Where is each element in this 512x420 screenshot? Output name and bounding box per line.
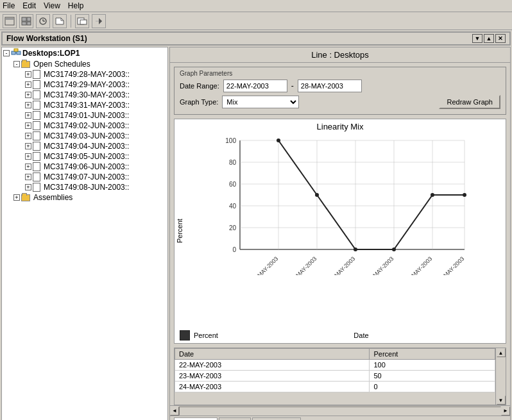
svg-rect-5: [27, 22, 31, 25]
titlebar-btn-minimize[interactable]: ▼: [472, 34, 482, 43]
cell-date-1: 23-MAY-2003: [175, 371, 370, 382]
tree-item-4[interactable]: + MC31749:01-JUN-2003::: [2, 110, 167, 121]
expand-item-9[interactable]: +: [25, 164, 31, 170]
data-table: Date Percent 22-MAY-2003 10023-MAY-2003 …: [175, 348, 495, 392]
tree-item-3[interactable]: + MC31749:31-MAY-2003::: [2, 100, 167, 110]
table-row-2[interactable]: 24-MAY-2003 0: [175, 382, 495, 392]
expand-item-10[interactable]: +: [25, 174, 31, 180]
chart-body: Percent: [175, 134, 506, 328]
date-from-input[interactable]: [223, 80, 287, 92]
svg-marker-9: [56, 18, 64, 24]
chart-svg-container: 0 20 40 60 80 100 22-MAY-2003 23-MAY-200…: [185, 134, 506, 328]
tree-item-1[interactable]: + MC31749:29-MAY-2003::: [2, 80, 167, 90]
tree-assemblies[interactable]: + Assemblies: [2, 192, 167, 203]
menu-edit[interactable]: Edit: [22, 1, 36, 10]
expand-item-3[interactable]: +: [25, 102, 31, 108]
svg-text:40: 40: [229, 203, 237, 210]
scroll-right-btn[interactable]: ►: [501, 407, 510, 416]
tree-item-8[interactable]: + MC31749:05-JUN-2003::: [2, 151, 167, 162]
tree-item-9[interactable]: + MC31749:06-JUN-2003::: [2, 162, 167, 172]
expand-item-1[interactable]: +: [25, 81, 31, 88]
expand-item-4[interactable]: +: [25, 112, 31, 119]
table-scroll-bottom: ◄ ►: [170, 405, 510, 416]
data-point-5: [431, 193, 434, 197]
tree-item-5[interactable]: + MC31749:02-JUN-2003::: [2, 121, 167, 131]
toolbar-btn-6[interactable]: [92, 14, 106, 28]
expand-root[interactable]: -: [3, 50, 10, 56]
svg-rect-1: [6, 18, 13, 20]
data-point-6: [463, 193, 466, 197]
doc-icon-1: [33, 80, 40, 89]
tree-item-label-2: MC31749:30-MAY-2003::: [44, 90, 130, 99]
tree-item-label-10: MC31749:07-JUN-2003::: [44, 172, 129, 181]
menu-help[interactable]: Help: [68, 1, 84, 10]
network-icon: [11, 48, 21, 58]
doc-icon-2: [33, 90, 40, 99]
tree-item-label-6: MC31749:03-JUN-2003::: [44, 131, 129, 140]
tree-open-schedules[interactable]: - Open Schedules: [2, 59, 167, 69]
doc-icon-9: [33, 162, 40, 171]
tree-item-7[interactable]: + MC31749:04-JUN-2003::: [2, 141, 167, 151]
tab-linearity[interactable]: Linearity: [174, 417, 218, 420]
folder-icon-assemblies: [21, 194, 30, 201]
titlebar-btn-maximize[interactable]: ▲: [484, 34, 494, 43]
svg-text:25-MAY-2003: 25-MAY-2003: [366, 255, 395, 275]
tree-item-2[interactable]: + MC31749:30-MAY-2003::: [2, 90, 167, 100]
tree-root[interactable]: - Desktops:LOP1: [2, 47, 167, 59]
expand-item-11[interactable]: +: [25, 184, 31, 190]
line-title: Line : Desktops: [170, 47, 510, 63]
data-point-3: [354, 248, 357, 251]
expand-item-8[interactable]: +: [25, 153, 31, 160]
toolbar-btn-4[interactable]: [53, 14, 67, 28]
graph-type-row: Graph Type: Mix Redraw Graph: [180, 95, 500, 109]
right-panel: Line : Desktops Graph Parameters Date Ra…: [169, 47, 511, 420]
scroll-left-btn[interactable]: ◄: [170, 407, 179, 416]
svg-rect-2: [22, 17, 26, 21]
toolbar-btn-1[interactable]: [3, 14, 17, 28]
svg-text:22-MAY-2003: 22-MAY-2003: [250, 255, 279, 275]
data-table-container[interactable]: Date Percent 22-MAY-2003 10023-MAY-2003 …: [175, 348, 495, 405]
toolbar-btn-2[interactable]: [19, 14, 33, 28]
svg-rect-3: [27, 17, 31, 21]
date-to-input[interactable]: [298, 80, 362, 92]
expand-item-0[interactable]: +: [25, 71, 31, 78]
tree-item-10[interactable]: + MC31749:07-JUN-2003::: [2, 172, 167, 182]
doc-icon-7: [33, 142, 40, 151]
menu-view[interactable]: View: [44, 1, 60, 10]
toolbar-btn-3[interactable]: [36, 14, 50, 28]
tab-properties[interactable]: Properties: [252, 417, 301, 420]
tree-item-label-3: MC31749:31-MAY-2003::: [44, 101, 130, 110]
svg-text:24-MAY-2003: 24-MAY-2003: [327, 255, 356, 275]
x-axis-label: Date: [222, 332, 500, 339]
menubar: File Edit View Help: [0, 0, 512, 12]
graph-params-title: Graph Parameters: [180, 70, 500, 77]
expand-assemblies[interactable]: +: [13, 194, 20, 201]
toolbar-btn-5[interactable]: [75, 14, 89, 28]
titlebar-btn-close[interactable]: ✕: [495, 34, 506, 43]
tree-item-11[interactable]: + MC31749:08-JUN-2003::: [2, 182, 167, 192]
legend-box: [180, 330, 190, 340]
menu-file[interactable]: File: [3, 1, 15, 10]
expand-item-5[interactable]: +: [25, 122, 31, 129]
data-point-4: [392, 248, 396, 251]
scroll-up-btn[interactable]: ▲: [497, 348, 506, 357]
table-row-1[interactable]: 23-MAY-2003 50: [175, 371, 495, 382]
col-header-percent: Percent: [370, 349, 495, 360]
table-row-0[interactable]: 22-MAY-2003 100: [175, 360, 495, 371]
tab-load[interactable]: Load: [219, 417, 251, 420]
svg-rect-17: [17, 51, 21, 55]
date-range-row: Date Range: -: [180, 80, 500, 92]
tree-item-0[interactable]: + MC31749:28-MAY-2003::: [2, 69, 167, 80]
expand-schedules[interactable]: -: [13, 61, 20, 67]
tree-item-label-5: MC31749:02-JUN-2003::: [44, 121, 129, 130]
tree-item-6[interactable]: + MC31749:03-JUN-2003::: [2, 131, 167, 141]
expand-item-2[interactable]: +: [25, 92, 31, 98]
doc-icon-11: [33, 183, 40, 192]
expand-item-7[interactable]: +: [25, 143, 31, 149]
graph-type-select[interactable]: Mix: [222, 96, 299, 108]
svg-marker-15: [99, 18, 102, 24]
scroll-down-btn[interactable]: ▼: [497, 396, 506, 405]
doc-icon-3: [33, 101, 40, 110]
redraw-graph-button[interactable]: Redraw Graph: [439, 95, 500, 109]
expand-item-6[interactable]: +: [25, 133, 31, 139]
